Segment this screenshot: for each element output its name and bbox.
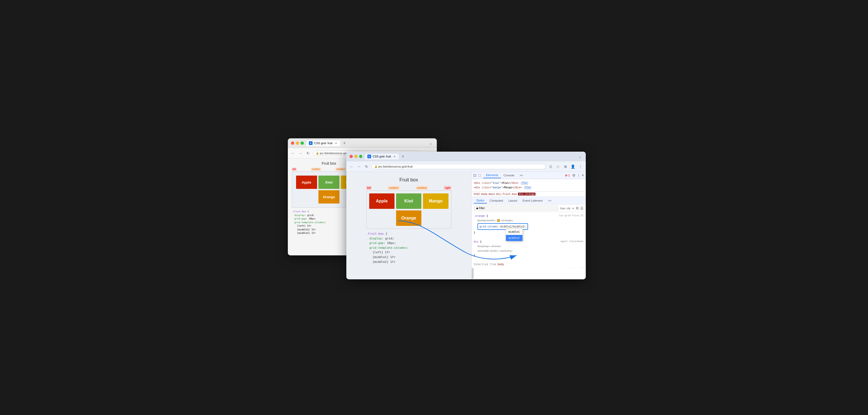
elements-tab-2[interactable]: Elements <box>483 172 501 178</box>
mango-cell-2: Mango <box>423 193 448 209</box>
lock-icon-2: 🔒 <box>374 165 377 168</box>
toggle-sidebar-2[interactable]: ☰ <box>580 206 584 211</box>
refresh-button-2[interactable]: ↻ <box>364 164 369 169</box>
tab-close-1[interactable]: ✕ <box>334 141 338 145</box>
address-bar-2: ← → ↻ 🔒 jec.fish/demo/css-grid-fruit ⎙ ☆… <box>346 161 586 172</box>
tab-bar-2: ⚙ CSS grid- fruit ✕ + <box>365 153 575 159</box>
title-bar-1: ⚙ CSS grid- fruit ✕ + ⌄ <box>288 138 437 148</box>
more-button-2[interactable]: ⋮ <box>578 164 583 169</box>
css-body-2: body { css-grid-fruit:3 <box>474 266 584 267</box>
dom-kiwi-2: <div class="kiwi">Kiwi</div> flex <box>474 181 584 185</box>
styles-tabs-2: Styles Computed Layout Event Listeners >… <box>472 197 586 204</box>
tab-title-1: CSS grid- fruit <box>314 141 333 145</box>
label-middle1-2: middle1 <box>388 186 400 190</box>
close-button-2[interactable] <box>349 155 353 158</box>
label-left-1: left <box>292 168 297 171</box>
pseudo-states-2[interactable]: :hov .cls <box>560 207 570 210</box>
screenshot-container: ⚙ CSS grid- fruit ✕ + ⌄ ← → ↻ 🔒 jec.fish… <box>288 138 581 277</box>
css-close-div-2: } <box>474 253 584 257</box>
close-button-1[interactable] <box>291 141 294 145</box>
dom-tree-2: <div class="kiwi">Kiwi</div> flex <div c… <box>472 179 586 191</box>
page-title-2: Fruit box <box>399 177 418 183</box>
url-text-2: jec.fish/demo/css-grid-fruit <box>378 165 412 168</box>
minimize-button-1[interactable] <box>296 141 299 145</box>
bc-body-2[interactable]: body <box>481 193 488 195</box>
label-middle1-1: middle1 <box>311 168 321 171</box>
url-box-2[interactable]: 🔒 jec.fish/demo/css-grid-fruit <box>371 164 546 169</box>
profile-icon-2[interactable]: 👤 <box>570 164 576 169</box>
browser-content-2: Fruit box left middle1 middle2 right App… <box>346 172 586 279</box>
filter-diamond-2: ◆ <box>476 207 478 210</box>
css-bg-orange-2: background: orange; <box>474 218 584 223</box>
label-middle2-1: middle2 <box>336 168 346 171</box>
bc-fruitbox-2[interactable]: div.fruit-box <box>496 193 517 195</box>
refresh-button-1[interactable]: ↻ <box>305 151 311 156</box>
extensions-icon-2[interactable]: ⎙ <box>548 164 553 169</box>
close-devtools-2[interactable]: ✕ <box>582 173 584 177</box>
tab-1[interactable]: ⚙ CSS grid- fruit ✕ <box>306 140 341 146</box>
fruit-grid-2: Apple Kiwi Mango Orange <box>369 193 448 226</box>
back-button-1[interactable]: ← <box>290 151 296 156</box>
minimize-button-2[interactable] <box>354 155 358 158</box>
code-section-2: .fruit-box { display: grid; grid-gap: 10… <box>366 231 452 264</box>
bookmark-button-2[interactable]: ☆ <box>555 164 561 169</box>
new-tab-button-2[interactable]: + <box>400 154 406 159</box>
kiwi-cell-1: Kiwi <box>318 175 339 189</box>
forward-button-2[interactable]: → <box>356 164 362 169</box>
error-badge-2: ⊗ 1 <box>565 174 570 177</box>
apple-cell-2: Apple <box>369 193 395 209</box>
window-menu-2[interactable]: ⌄ <box>577 154 583 159</box>
styles-section-2: .orange { css-grid-fruit:11 background: … <box>472 212 586 267</box>
scrollbar-thumb-2[interactable] <box>472 268 473 279</box>
maximize-button-2[interactable] <box>359 155 362 158</box>
tab-favicon-1: ⚙ <box>309 141 313 145</box>
css-unicode-2: unicode-bidi: isolate; <box>474 249 584 253</box>
kiwi-cell-2: Kiwi <box>396 193 422 209</box>
tab-2[interactable]: ⚙ CSS grid- fruit ✕ <box>365 153 399 159</box>
traffic-lights-2 <box>349 155 362 158</box>
device-icon-2[interactable]: □ <box>478 173 481 178</box>
filter-bar-2: ◆ Filter :hov .cls + ⧉ ☰ <box>472 204 586 212</box>
window-menu-1[interactable]: ⌄ <box>428 140 434 146</box>
console-tab-2[interactable]: Console <box>501 173 517 178</box>
title-bar-2: ⚙ CSS grid- fruit ✕ + ⌄ <box>346 152 586 161</box>
back-button-2[interactable]: ← <box>349 164 354 169</box>
filter-input-2[interactable]: ◆ Filter <box>474 205 558 211</box>
fruit-box-2: Apple Kiwi Mango Orange <box>366 190 452 229</box>
bc-html-2[interactable]: html <box>474 193 480 195</box>
add-rule-2[interactable]: + <box>572 206 574 211</box>
computed-tab-2[interactable]: Computed <box>487 198 506 203</box>
copy-styles-2[interactable]: ⧉ <box>576 206 579 211</box>
layout-tab-2[interactable]: Layout <box>506 198 520 203</box>
traffic-lights-1 <box>291 141 304 145</box>
new-tab-button-1[interactable]: + <box>342 140 347 146</box>
forward-button-1[interactable]: → <box>298 151 303 156</box>
tab-close-2[interactable]: ✕ <box>393 155 396 158</box>
breadcrumb-2: html body main div.fruit-box div.orange <box>472 191 586 197</box>
devtools-toolbar-2: ⊡ □ Elements Console >> ⊗ 1 ⚙ ⋮ ✕ <box>472 172 586 179</box>
more-icon-2[interactable]: ⋮ <box>577 173 581 178</box>
more-styles-tabs-2[interactable]: >> <box>545 198 554 203</box>
maximize-button-1[interactable] <box>301 141 304 145</box>
tab-favicon-2: ⚙ <box>367 155 371 158</box>
bc-main-2[interactable]: main <box>489 193 495 195</box>
browser-window-2: ⚙ CSS grid- fruit ✕ + ⌄ ← → ↻ 🔒 jec.fish… <box>346 152 586 279</box>
lock-icon-1: 🔒 <box>316 152 319 155</box>
page-title-1: Fruit box <box>321 161 336 165</box>
settings-icon-2[interactable]: ⚙ <box>572 173 576 178</box>
scrollbar-2[interactable] <box>472 267 474 279</box>
orange-cell-2: Orange <box>396 211 422 226</box>
bc-orange-2[interactable]: div.orange <box>518 193 535 195</box>
styles-tab-2[interactable]: Styles <box>474 198 487 203</box>
share-button-2[interactable]: ⊕ <box>563 164 568 169</box>
dom-mango-2: <div class="mango">Mango</div> flex <box>474 185 584 190</box>
ac-middle1[interactable]: middle1 <box>506 229 522 235</box>
label-left-2: left <box>366 186 372 190</box>
autocomplete-dropdown-2: middle1 middle2 <box>506 228 523 241</box>
ac-middle2[interactable]: middle2 <box>506 235 522 241</box>
label-right-2: right <box>444 186 451 190</box>
event-listeners-tab-2[interactable]: Event Listeners <box>520 198 545 203</box>
inspect-icon-2[interactable]: ⊡ <box>473 173 476 178</box>
css-grid-col-2: grid-column: middle1/middle2; middle1 mi… <box>474 223 584 230</box>
more-tabs-2[interactable]: >> <box>517 173 526 178</box>
